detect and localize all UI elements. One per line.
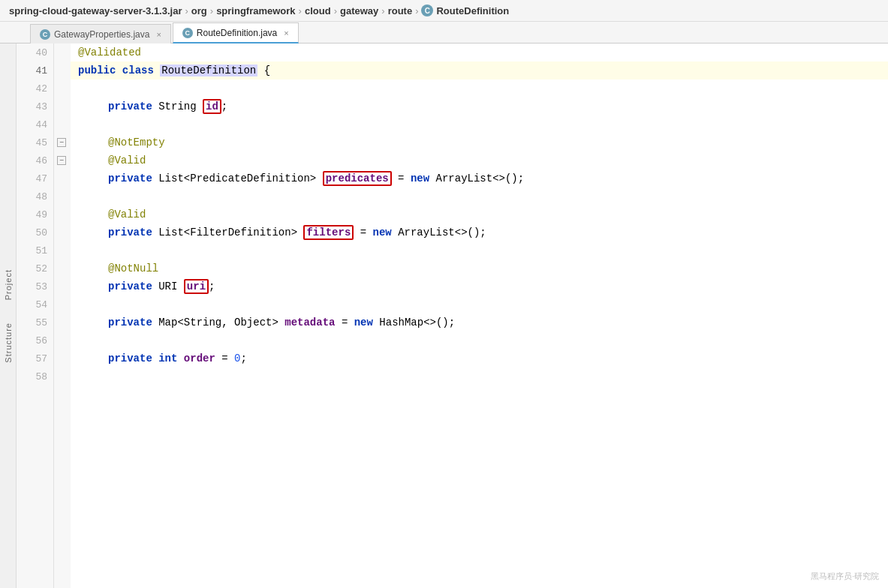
semi-47: ;	[518, 172, 524, 184]
semi-55: ;	[449, 316, 455, 328]
annotation-validated: @Validated	[78, 46, 141, 58]
fold-cell-44	[54, 116, 71, 134]
editor-container: Project Structure 40 41 42 43 44 45 46 4…	[0, 44, 888, 588]
kw-public: public	[78, 64, 116, 76]
kw-private-50: private	[108, 226, 152, 238]
fold-cell-40	[54, 44, 71, 62]
line-num-54: 54	[17, 296, 53, 314]
breadcrumb-gateway[interactable]: gateway	[340, 5, 378, 16]
fold-marker-46[interactable]: −	[57, 156, 66, 165]
tab-close-1[interactable]: ×	[156, 30, 161, 39]
line-num-52: 52	[17, 260, 53, 278]
tab-bar: C GatewayProperties.java × C RouteDefini…	[0, 22, 888, 44]
fold-cell-56	[54, 332, 71, 350]
annotation-notempty: @NotEmpty	[108, 136, 165, 148]
fold-cell-41	[54, 62, 71, 80]
annotation-valid-49: @Valid	[108, 208, 146, 220]
line-num-46: 46	[17, 152, 53, 170]
code-line-40: @Validated	[71, 44, 888, 62]
tab-close-2[interactable]: ×	[284, 28, 288, 38]
field-metadata: metadata	[284, 316, 335, 328]
line-numbers: 40 41 42 43 44 45 46 47 48 49 50 51 52 5…	[17, 44, 54, 588]
kw-private-47: private	[108, 172, 152, 184]
line-num-49: 49	[17, 206, 53, 224]
breadcrumb-spring[interactable]: springframework	[216, 5, 295, 16]
field-order: order	[184, 352, 215, 364]
breadcrumb-sep1: ›	[185, 5, 188, 16]
code-line-56	[71, 332, 888, 350]
tab-icon-1: C	[40, 29, 50, 40]
kw-new-47: new	[411, 172, 429, 184]
type-uri-53: URI	[158, 280, 177, 292]
class-name: RouteDefinition	[160, 64, 257, 76]
code-line-45: @NotEmpty	[71, 134, 888, 152]
fold-cell-50	[54, 224, 71, 242]
breadcrumb-class[interactable]: RouteDefinition	[436, 5, 509, 16]
op-57: =	[221, 352, 227, 364]
type-hashmap-55: HashMap<>()	[379, 316, 448, 328]
line-num-43: 43	[17, 98, 53, 116]
breadcrumb-org[interactable]: org	[191, 5, 207, 16]
breadcrumb-route[interactable]: route	[388, 5, 413, 16]
fold-cell-53	[54, 278, 71, 296]
breadcrumb-sep5: ›	[381, 5, 384, 16]
code-line-46: @Valid	[71, 152, 888, 170]
type-list-50: List<FilterDefinition>	[158, 226, 297, 238]
type-list-47: List<PredicateDefinition>	[158, 172, 316, 184]
type-arraylist-47: ArrayList<>()	[436, 172, 518, 184]
code-line-42	[71, 80, 888, 98]
line-num-47: 47	[17, 170, 53, 188]
fold-cell-42	[54, 80, 71, 98]
line-num-48: 48	[17, 188, 53, 206]
fold-marker-45[interactable]: −	[57, 138, 66, 147]
type-map-55: Map<String, Object>	[158, 316, 278, 328]
fold-cell-57	[54, 350, 71, 368]
annotation-valid-46: @Valid	[108, 154, 146, 166]
op-47: =	[398, 172, 404, 184]
code-line-49: @Valid	[71, 206, 888, 224]
line-num-58: 58	[17, 368, 53, 386]
semi-50: ;	[480, 226, 486, 238]
kw-private-53: private	[108, 280, 152, 292]
code-line-47: private List<PredicateDefinition> predic…	[71, 170, 888, 188]
line-num-42: 42	[17, 80, 53, 98]
project-label[interactable]: Project	[4, 269, 13, 300]
fold-cell-49	[54, 206, 71, 224]
fold-cell-46: −	[54, 152, 71, 170]
kw-private-57: private	[108, 352, 152, 364]
fold-cell-45[interactable]: −	[54, 134, 71, 152]
tab-route-definition[interactable]: C RouteDefinition.java ×	[173, 22, 299, 44]
breadcrumb-jar[interactable]: spring-cloud-gateway-server-3.1.3.jar	[9, 5, 182, 16]
tab-gateway-properties[interactable]: C GatewayProperties.java ×	[30, 24, 171, 44]
code-line-41: public class RouteDefinition {	[71, 62, 888, 80]
breadcrumb-sep6: ›	[415, 5, 418, 16]
breadcrumb-cloud[interactable]: cloud	[305, 5, 331, 16]
code-line-55: private Map<String, Object> metadata = n…	[71, 314, 888, 332]
kw-new-55: new	[354, 316, 373, 328]
line-num-51: 51	[17, 242, 53, 260]
code-area[interactable]: @Validated public class RouteDefinition …	[71, 44, 888, 588]
class-brace: {	[257, 64, 270, 76]
fold-cell-43	[54, 98, 71, 116]
breadcrumb-class-icon: C	[421, 4, 433, 16]
field-uri: uri	[184, 279, 209, 294]
code-line-51	[71, 242, 888, 260]
code-line-57: private int order = 0 ;	[71, 350, 888, 368]
line-num-56: 56	[17, 332, 53, 350]
fold-area: − −	[54, 44, 71, 588]
code-line-53: private URI uri ;	[71, 278, 888, 296]
line-num-41: 41	[17, 62, 53, 80]
field-id: id	[203, 99, 221, 114]
code-line-43: private String id ;	[71, 98, 888, 116]
line-num-53: 53	[17, 278, 53, 296]
semi-43: ;	[221, 100, 227, 112]
code-line-44	[71, 116, 888, 134]
line-num-45: 45	[17, 134, 53, 152]
fold-cell-47	[54, 170, 71, 188]
code-line-48	[71, 188, 888, 206]
annotation-notnull: @NotNull	[108, 262, 158, 274]
tab-label-2: RouteDefinition.java	[197, 28, 277, 38]
structure-label[interactable]: Structure	[4, 322, 13, 363]
fold-cell-52	[54, 260, 71, 278]
line-num-44: 44	[17, 116, 53, 134]
